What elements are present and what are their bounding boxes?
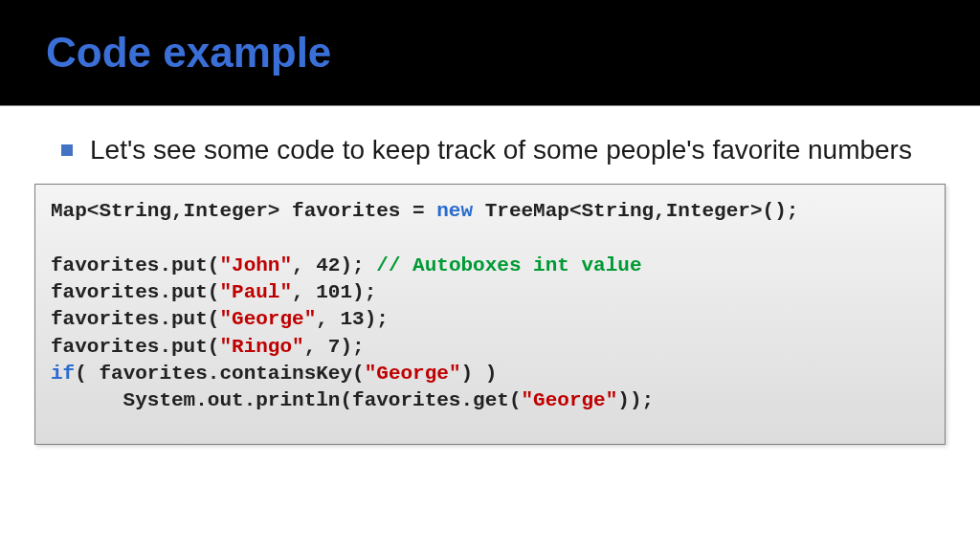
code-token: , 7); (304, 336, 365, 358)
bullet-icon (61, 144, 73, 156)
slide-header: Code example (0, 0, 980, 105)
code-token: favorites.put( (51, 281, 219, 303)
code-token: , 101); (292, 281, 376, 303)
code-token: favorites.put( (51, 254, 219, 276)
code-token: )); (617, 389, 654, 411)
code-token: // Autoboxes int value (376, 254, 641, 276)
code-token: , 13); (316, 308, 389, 330)
code-token: "George" (219, 308, 316, 330)
bullet-text: Let's see some code to keep track of som… (90, 133, 912, 166)
code-token: Map<String,Integer> favorites = (51, 200, 436, 222)
code-token: favorites.put( (51, 336, 219, 358)
code-token: System.out.println(favorites.get( (51, 389, 521, 411)
slide-title: Code example (46, 29, 331, 77)
code-token: ( favorites.containsKey( (75, 363, 364, 385)
code-token: "George" (365, 363, 461, 385)
slide-body: Let's see some code to keep track of som… (0, 106, 980, 445)
code-token: ) ) (461, 363, 498, 385)
code-token: favorites.put( (51, 308, 219, 330)
code-token: "George" (521, 389, 617, 411)
code-token: TreeMap<String,Integer>(); (473, 200, 798, 222)
code-token: new (436, 200, 473, 222)
code-block: Map<String,Integer> favorites = new Tree… (34, 184, 946, 445)
code-token: if (51, 363, 75, 385)
code-token: "John" (219, 254, 292, 276)
code-token: "Ringo" (219, 336, 303, 358)
bullet-item: Let's see some code to keep track of som… (34, 133, 946, 166)
code-token: , 42); (292, 254, 376, 276)
code-token: "Paul" (219, 281, 292, 303)
